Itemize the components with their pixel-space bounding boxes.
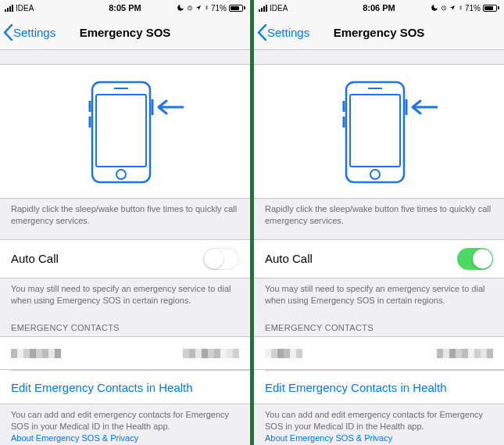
- battery-percent: 71%: [211, 4, 227, 13]
- contacts-group: Edit Emergency Contacts in Health: [0, 336, 250, 404]
- hero-illustration: [0, 64, 250, 199]
- location-icon: [195, 4, 202, 12]
- status-bar: IDEA 8:06 PM 71%: [254, 0, 504, 16]
- back-label: Settings: [13, 26, 55, 39]
- battery-icon: [483, 5, 499, 12]
- location-icon: [449, 4, 456, 12]
- auto-call-toggle[interactable]: [457, 248, 493, 270]
- auto-call-footer: You may still need to specify an emergen…: [254, 278, 504, 311]
- contact-row[interactable]: [0, 337, 250, 370]
- auto-call-label: Auto Call: [11, 252, 59, 265]
- clock: 8:05 PM: [109, 3, 141, 13]
- svg-point-12: [370, 170, 380, 179]
- auto-call-row: Auto Call: [254, 239, 504, 278]
- nav-bar: Settings Emergency SOS: [254, 16, 504, 50]
- privacy-link[interactable]: About Emergency SOS & Privacy: [11, 433, 138, 443]
- privacy-link[interactable]: About Emergency SOS & Privacy: [265, 433, 392, 443]
- page-title: Emergency SOS: [80, 26, 171, 39]
- battery-percent: 71%: [465, 4, 481, 13]
- contacts-footer: You can add and edit emergency contacts …: [254, 404, 504, 445]
- chevron-left-icon: [257, 24, 267, 41]
- chevron-left-icon: [3, 24, 13, 41]
- alarm-icon: [187, 4, 193, 12]
- edit-contacts-link[interactable]: Edit Emergency Contacts in Health: [0, 371, 250, 404]
- back-button[interactable]: Settings: [254, 24, 309, 41]
- edit-contacts-label: Edit Emergency Contacts in Health: [11, 381, 193, 394]
- signal-bars-icon: [259, 5, 267, 12]
- redacted-contact: [11, 349, 239, 358]
- auto-call-footer: You may still need to specify an emergen…: [0, 278, 250, 311]
- contacts-footer: You can add and edit emergency contacts …: [0, 404, 250, 445]
- carrier-label: IDEA: [270, 4, 288, 13]
- hero-illustration: [254, 64, 504, 199]
- svg-rect-2: [96, 95, 146, 167]
- scroll-content[interactable]: Rapidly click the sleep/wake button five…: [254, 50, 504, 445]
- auto-call-row: Auto Call: [0, 239, 250, 278]
- phone-press-icon: [55, 77, 195, 187]
- contacts-group: Edit Emergency Contacts in Health: [254, 336, 504, 404]
- auto-call-toggle[interactable]: [203, 248, 239, 270]
- battery-icon: [229, 5, 245, 12]
- svg-point-3: [116, 170, 126, 179]
- phone-press-icon: [309, 77, 449, 187]
- back-button[interactable]: Settings: [0, 24, 55, 41]
- moon-icon: [177, 4, 184, 12]
- clock: 8:06 PM: [363, 3, 395, 13]
- hero-footer-text: Rapidly click the sleep/wake button five…: [254, 199, 504, 231]
- bluetooth-icon: [458, 4, 463, 12]
- svg-rect-11: [350, 95, 400, 167]
- redacted-contact: [265, 349, 493, 358]
- status-bar: IDEA 8:05 PM 71%: [0, 0, 250, 16]
- moon-icon: [431, 4, 438, 12]
- edit-contacts-link[interactable]: Edit Emergency Contacts in Health: [254, 371, 504, 404]
- bluetooth-icon: [204, 4, 209, 12]
- edit-contacts-label: Edit Emergency Contacts in Health: [265, 381, 447, 394]
- page-title: Emergency SOS: [334, 26, 425, 39]
- contact-row[interactable]: [254, 337, 504, 370]
- carrier-label: IDEA: [16, 4, 34, 13]
- left-screenshot: IDEA 8:05 PM 71% Settings Emergency SOS: [0, 0, 250, 445]
- right-screenshot: IDEA 8:06 PM 71% Settings Emergency SOS: [254, 0, 504, 445]
- emergency-contacts-header: EMERGENCY CONTACTS: [0, 310, 250, 336]
- alarm-icon: [441, 4, 447, 12]
- auto-call-label: Auto Call: [265, 252, 313, 265]
- hero-footer-text: Rapidly click the sleep/wake button five…: [0, 199, 250, 231]
- nav-bar: Settings Emergency SOS: [0, 16, 250, 50]
- emergency-contacts-header: EMERGENCY CONTACTS: [254, 310, 504, 336]
- back-label: Settings: [267, 26, 309, 39]
- scroll-content[interactable]: Rapidly click the sleep/wake button five…: [0, 50, 250, 445]
- signal-bars-icon: [5, 5, 13, 12]
